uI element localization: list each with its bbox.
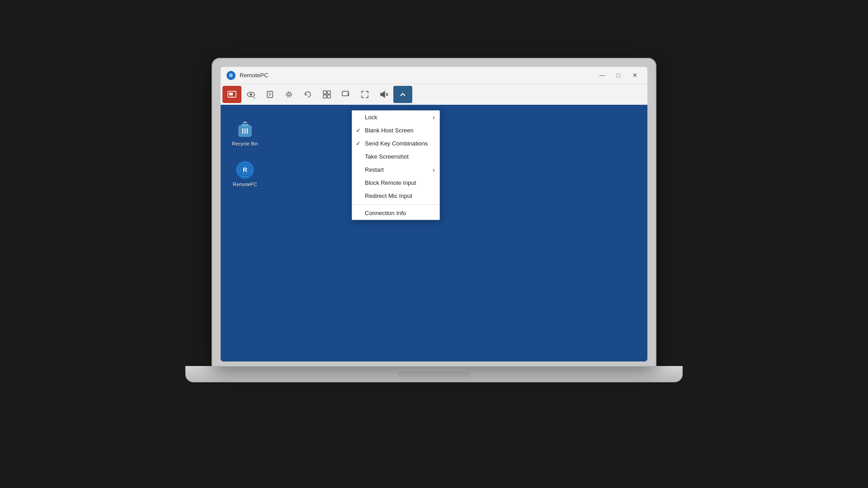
svg-rect-15	[327, 91, 330, 94]
menu-item-redirect-mic-input[interactable]: Redirect Mic Input	[352, 189, 439, 202]
menu-item-send-key-combinations[interactable]: Send Key Combinations	[352, 137, 439, 150]
svg-text:R: R	[243, 166, 247, 174]
svg-rect-23	[241, 124, 249, 127]
app-logo: R	[226, 70, 236, 80]
menu-separator	[352, 204, 439, 205]
toolbar-tools-button[interactable]	[260, 86, 279, 103]
toolbar-fullscreen-button[interactable]	[355, 86, 374, 103]
titlebar: R RemotePC — □ ✕	[221, 67, 647, 84]
svg-point-6	[250, 93, 252, 95]
svg-point-13	[286, 92, 292, 97]
menu-item-restart[interactable]: Restart	[352, 163, 439, 176]
app-window: R RemotePC — □ ✕	[221, 67, 647, 361]
toolbar-screen-button[interactable]	[222, 86, 241, 103]
recycle-bin-icon	[235, 119, 255, 139]
remote-desktop: Recycle Bin R RemotePC	[221, 105, 647, 361]
laptop-trackpad	[398, 371, 470, 380]
titlebar-controls: — □ ✕	[595, 69, 642, 82]
svg-rect-14	[323, 91, 326, 94]
laptop-outer: R RemotePC — □ ✕	[185, 59, 683, 429]
close-button[interactable]: ✕	[627, 69, 642, 82]
minimize-button[interactable]: —	[595, 69, 609, 82]
context-menu: Lock Blank Host Screen Send Key Combinat…	[352, 110, 440, 220]
laptop-screen-bezel: R RemotePC — □ ✕	[212, 59, 656, 366]
svg-rect-17	[327, 95, 330, 98]
svg-text:R: R	[229, 73, 233, 78]
toolbar	[221, 84, 647, 105]
svg-point-12	[288, 93, 290, 96]
menu-item-block-remote-input[interactable]: Block Remote Input	[352, 176, 439, 189]
menu-item-lock[interactable]: Lock	[352, 111, 439, 124]
maximize-button[interactable]: □	[611, 69, 626, 82]
toolbar-undo-button[interactable]	[298, 86, 317, 103]
svg-line-7	[254, 97, 255, 99]
svg-marker-19	[381, 91, 385, 98]
remotepc-icon: R	[235, 160, 255, 180]
svg-rect-16	[323, 95, 326, 98]
toolbar-transfer-button[interactable]	[336, 86, 355, 103]
toolbar-more-button[interactable]	[393, 86, 412, 103]
menu-item-blank-host-screen[interactable]: Blank Host Screen	[352, 124, 439, 137]
menu-item-connection-info[interactable]: Connection Info	[352, 206, 439, 220]
laptop-screen-inner: R RemotePC — □ ✕	[221, 67, 647, 361]
toolbar-view-button[interactable]	[241, 86, 260, 103]
toolbar-switch-button[interactable]	[317, 86, 336, 103]
desktop-icon-remotepc[interactable]: R RemotePC	[229, 158, 261, 189]
remotepc-label: RemotePC	[233, 182, 257, 187]
menu-item-take-screenshot[interactable]: Take Screenshot	[352, 150, 439, 163]
recycle-bin-label: Recycle Bin	[232, 141, 258, 146]
desktop-icon-recycle-bin[interactable]: Recycle Bin	[229, 117, 261, 148]
toolbar-actions-button[interactable]	[279, 86, 298, 103]
titlebar-title: RemotePC	[240, 72, 595, 79]
laptop-base	[185, 366, 683, 382]
toolbar-mute-button[interactable]	[374, 86, 393, 103]
svg-rect-3	[229, 93, 233, 95]
